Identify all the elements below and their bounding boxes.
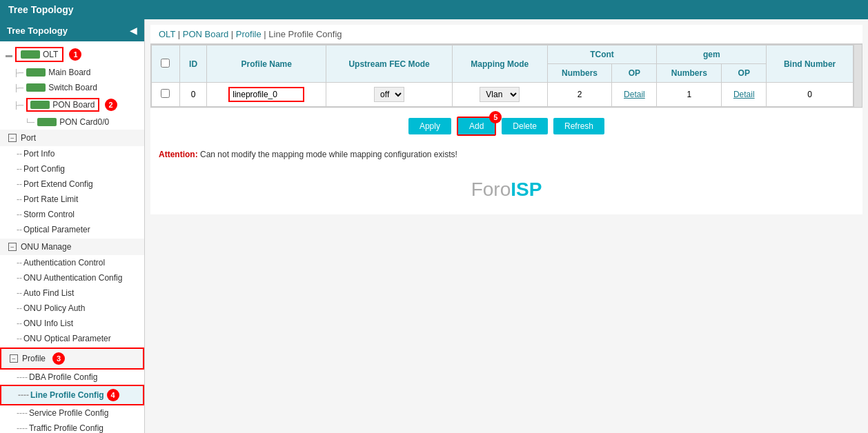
onu-section-label: ONU Manage [21, 242, 71, 252]
gem-detail-button[interactable]: Detail [733, 90, 755, 99]
refresh-button[interactable]: Refresh [553, 118, 604, 134]
row-mapping-mode-cell: Vlan GEM TL [453, 83, 547, 107]
port-section-label: Port [21, 133, 36, 143]
pon-card-icon [37, 118, 57, 126]
row-gem-op-cell: Detail [722, 83, 767, 107]
nav-port-extend-config[interactable]: Port Extend Config [0, 177, 144, 192]
tree-olt[interactable]: ▬ OLT 1 [0, 44, 144, 65]
nav-traffic-profile[interactable]: Traffic Profile Config [0, 421, 144, 433]
col-tcont-group-header: TCont [547, 46, 657, 64]
attention-message: Can not modify the mapping mode while ma… [200, 150, 457, 159]
pon-board-label: PON Board [52, 100, 95, 110]
onu-section-header[interactable]: − ONU Manage [0, 239, 144, 255]
content-area: OLT | PON Board | Profile | Line Profile… [145, 19, 868, 433]
header-title: Tree Topology [8, 4, 74, 15]
sidebar: Tree Topology ◀ ▬ OLT 1 ├─ Main Board [0, 19, 145, 433]
nav-dba-profile[interactable]: DBA Profile Config [0, 370, 144, 385]
nav-port-info[interactable]: Port Info [0, 146, 144, 161]
mapping-mode-select[interactable]: Vlan GEM TL [480, 87, 520, 102]
onu-section: − ONU Manage Authentication Control ONU … [0, 239, 144, 346]
col-checkbox-header [152, 46, 180, 83]
upstream-fec-select[interactable]: off on [374, 87, 404, 102]
badge-3: 3 [52, 352, 65, 365]
profile-section-header[interactable]: − Profile 3 [0, 348, 144, 370]
nav-optical-parameter[interactable]: Optical Parameter [0, 222, 144, 237]
port-section-header[interactable]: − Port [0, 130, 144, 146]
row-tcont-numbers-cell: 2 [547, 83, 612, 107]
table-scrollbar[interactable] [854, 45, 862, 107]
row-bind-number-cell: 0 [767, 83, 854, 107]
action-bar: Apply Add 5 Delete Refresh [150, 108, 862, 144]
collapse-button[interactable]: ◀ [130, 25, 137, 36]
col-tcont-op-header: OP [612, 64, 657, 83]
nav-line-profile-config[interactable]: Line Profile Config 4 [0, 385, 144, 405]
profile-section: − Profile 3 DBA Profile Config Line Prof… [0, 348, 144, 433]
app-header: Tree Topology [0, 0, 868, 19]
tree-pon-card[interactable]: └─ PON Card0/0 [0, 114, 144, 130]
olt-label: OLT [43, 50, 58, 59]
nav-onu-policy-auth[interactable]: ONU Policy Auth [0, 301, 144, 316]
col-profile-name-header: Profile Name [207, 46, 326, 83]
row-id-cell: 0 [179, 83, 206, 107]
nav-auto-find-list[interactable]: Auto Find List [0, 285, 144, 301]
col-upstream-fec-header: Upstream FEC Mode [326, 46, 453, 83]
bc-profile[interactable]: Profile [236, 29, 262, 39]
switch-board-icon [26, 83, 46, 92]
col-tcont-numbers-header: Numbers [547, 64, 612, 83]
switch-board-label: Switch Board [48, 83, 97, 92]
nav-onu-info-list[interactable]: ONU Info List [0, 316, 144, 331]
tree-nav: ▬ OLT 1 ├─ Main Board ├─ Switch Board [0, 41, 144, 433]
badge-2: 2 [105, 99, 117, 111]
badge-1: 1 [69, 48, 81, 61]
nav-storm-control[interactable]: Storm Control [0, 207, 144, 222]
row-tcont-op-cell: Detail [612, 83, 657, 107]
attention-container: Attention: Can not modify the mapping mo… [150, 144, 862, 165]
delete-button[interactable]: Delete [502, 118, 548, 134]
port-collapse-icon: − [8, 134, 17, 142]
row-checkbox-cell [152, 83, 180, 107]
nav-service-profile[interactable]: Service Profile Config [0, 405, 144, 421]
row-profile-name-cell [207, 83, 326, 107]
breadcrumb: OLT | PON Board | Profile | Line Profile… [150, 25, 862, 44]
badge-5: 5 [489, 111, 502, 123]
nav-port-config[interactable]: Port Config [0, 161, 144, 177]
profile-table-container: ID Profile Name Upstream FEC Mode Mappin… [150, 44, 862, 108]
tree-pon-board[interactable]: ├─ PON Board 2 [0, 95, 144, 114]
col-gem-group-header: gem [657, 46, 767, 64]
nav-onu-optical-parameter[interactable]: ONU Optical Parameter [0, 331, 144, 346]
port-section: − Port Port Info Port Config Port Extend… [0, 130, 144, 237]
profile-name-input[interactable] [228, 87, 304, 102]
profile-section-label: Profile [22, 354, 46, 363]
main-board-icon [26, 68, 46, 77]
sidebar-title: Tree Topology [7, 26, 68, 36]
col-id-header: ID [179, 46, 206, 83]
bc-pon-board[interactable]: PON Board [183, 29, 228, 39]
row-checkbox[interactable] [161, 89, 170, 98]
table-row: 0 off on [152, 83, 854, 107]
tree-switch-board[interactable]: ├─ Switch Board [0, 80, 144, 95]
olt-box[interactable]: OLT [15, 47, 63, 62]
tree-main-board[interactable]: ├─ Main Board [0, 65, 144, 80]
row-upstream-fec-cell: off on [326, 83, 453, 107]
tcont-detail-button[interactable]: Detail [624, 90, 645, 99]
row-gem-numbers-cell: 1 [657, 83, 722, 107]
profile-collapse-icon: − [10, 354, 18, 363]
sidebar-header: Tree Topology ◀ [0, 19, 144, 41]
select-all-checkbox[interactable] [161, 59, 170, 68]
badge-4: 4 [107, 389, 119, 401]
apply-button[interactable]: Apply [408, 118, 451, 134]
nav-port-rate-limit[interactable]: Port Rate Limit [0, 192, 144, 207]
profile-table: ID Profile Name Upstream FEC Mode Mappin… [151, 45, 854, 107]
pon-box[interactable]: PON Board [26, 98, 99, 112]
nav-auth-control[interactable]: Authentication Control [0, 255, 144, 270]
pon-board-icon [30, 101, 50, 109]
bc-line-profile-config: Line Profile Config [268, 29, 342, 39]
olt-icon [21, 50, 40, 59]
watermark: ForoISP [150, 165, 862, 214]
col-gem-op-header: OP [722, 64, 767, 83]
nav-onu-auth-config[interactable]: ONU Authentication Config [0, 270, 144, 285]
col-gem-numbers-header: Numbers [657, 64, 722, 83]
main-board-label: Main Board [48, 68, 90, 77]
bc-olt[interactable]: OLT [159, 29, 175, 39]
col-bind-number-header: Bind Number [767, 46, 854, 83]
